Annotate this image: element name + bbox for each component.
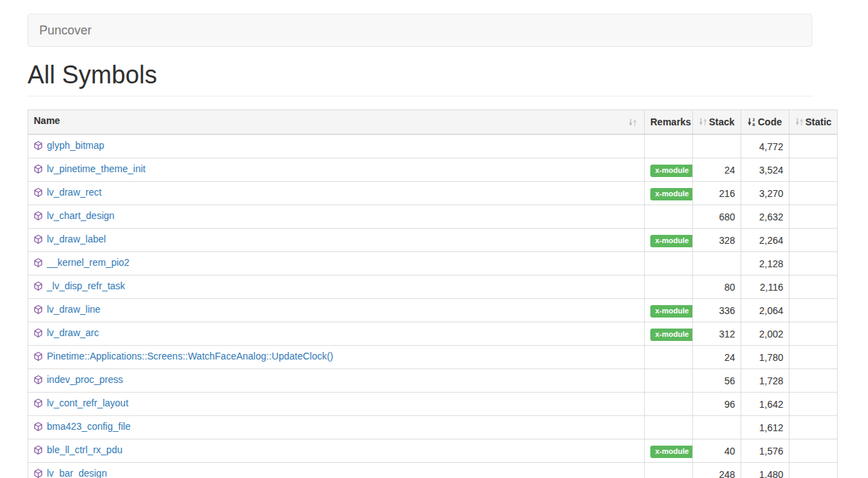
column-header-static[interactable]: Static xyxy=(789,110,838,135)
symbol-link[interactable]: lv_draw_rect xyxy=(47,187,101,198)
symbol-link[interactable]: glyph_bitmap xyxy=(47,140,104,151)
stack-cell: 312 xyxy=(693,322,741,346)
symbol-link[interactable]: bma423_config_file xyxy=(47,421,130,432)
x-module-badge: x-module xyxy=(650,305,693,318)
static-cell xyxy=(789,158,838,182)
symbol-link[interactable]: lv_cont_refr_layout xyxy=(47,397,128,408)
static-cell xyxy=(789,182,838,205)
static-cell xyxy=(789,346,838,369)
remarks-cell xyxy=(645,416,693,439)
main-content: All Symbols xyxy=(28,61,813,478)
code-cell: 4,772 xyxy=(741,134,789,158)
symbol-cube-icon xyxy=(34,304,43,318)
remarks-cell: x-module xyxy=(645,299,693,322)
symbol-link[interactable]: lv_draw_arc xyxy=(47,327,99,338)
code-cell: 1,480 xyxy=(741,463,789,478)
symbol-cube-icon xyxy=(34,398,43,412)
code-cell: 1,612 xyxy=(741,416,789,439)
stack-cell: 328 xyxy=(693,229,741,252)
name-cell: __kernel_rem_pio2 xyxy=(28,252,645,276)
stack-cell: 80 xyxy=(693,276,741,299)
x-module-badge: x-module xyxy=(650,188,693,200)
static-cell xyxy=(789,369,838,393)
stack-cell: 336 xyxy=(693,299,741,322)
column-label-name: Name xyxy=(34,115,60,126)
table-row: glyph_bitmap 4,772 xyxy=(28,134,838,158)
table-row: bma423_config_file 1,612 xyxy=(28,416,838,439)
symbol-link[interactable]: __kernel_rem_pio2 xyxy=(47,257,130,268)
symbol-cube-icon xyxy=(34,211,43,225)
code-cell: 2,116 xyxy=(741,276,789,299)
symbol-link[interactable]: lv_pinetime_theme_init xyxy=(47,163,145,174)
static-cell xyxy=(789,276,838,299)
column-header-code[interactable]: z a Code xyxy=(741,110,789,135)
code-cell: 2,632 xyxy=(741,205,789,229)
sort-unsorted-icon xyxy=(699,116,707,129)
stack-cell: 40 xyxy=(693,439,741,463)
remarks-cell xyxy=(645,463,693,478)
stack-cell xyxy=(693,416,741,439)
table-row: lv_draw_line x-module 336 2,064 xyxy=(28,299,838,322)
table-row: _lv_disp_refr_task 80 2,116 xyxy=(28,276,838,299)
column-header-stack[interactable]: Stack xyxy=(693,110,741,135)
remarks-cell xyxy=(645,346,693,369)
symbols-table: Name Remarks Stack xyxy=(28,110,838,478)
remarks-cell xyxy=(645,252,693,276)
symbol-cube-icon xyxy=(34,141,43,154)
symbol-link[interactable]: _lv_disp_refr_task xyxy=(47,280,125,291)
code-cell: 1,576 xyxy=(741,439,789,463)
stack-cell xyxy=(693,252,741,276)
column-header-remarks[interactable]: Remarks xyxy=(645,110,693,135)
name-cell: _lv_disp_refr_task xyxy=(28,276,645,299)
stack-cell: 96 xyxy=(693,393,741,416)
remarks-cell xyxy=(645,134,693,158)
table-row: Pinetime::Applications::Screens::WatchFa… xyxy=(28,346,838,369)
static-cell xyxy=(789,229,838,252)
table-row: indev_proc_press 56 1,728 xyxy=(28,369,838,393)
static-cell xyxy=(789,416,838,439)
symbol-link[interactable]: Pinetime::Applications::Screens::WatchFa… xyxy=(47,351,333,362)
symbol-cube-icon xyxy=(34,258,43,271)
code-cell: 2,128 xyxy=(741,252,789,276)
code-cell: 1,728 xyxy=(741,369,789,393)
x-module-badge: x-module xyxy=(650,446,693,458)
symbol-link[interactable]: lv_bar_design xyxy=(47,468,107,478)
remarks-cell: x-module xyxy=(645,229,693,252)
table-row: lv_chart_design 680 2,632 xyxy=(28,205,838,229)
table-row: __kernel_rem_pio2 2,128 xyxy=(28,252,838,276)
name-cell: ble_ll_ctrl_rx_pdu xyxy=(28,439,645,463)
symbol-cube-icon xyxy=(34,328,43,342)
symbol-link[interactable]: indev_proc_press xyxy=(47,374,123,385)
name-cell: indev_proc_press xyxy=(28,369,645,393)
symbols-table-body: glyph_bitmap 4,772 lv_pinetime_theme_ini… xyxy=(28,134,838,478)
table-header-row: Name Remarks Stack xyxy=(28,110,838,135)
symbol-link[interactable]: lv_chart_design xyxy=(47,210,114,221)
table-row: lv_draw_label x-module 328 2,264 xyxy=(28,229,838,252)
static-cell xyxy=(789,322,838,346)
symbol-link[interactable]: lv_draw_label xyxy=(47,233,106,245)
column-label-stack: Stack xyxy=(709,116,734,127)
name-cell: lv_draw_label xyxy=(28,229,645,252)
column-label-static: Static xyxy=(805,116,831,127)
code-cell: 2,064 xyxy=(741,299,789,322)
symbol-cube-icon xyxy=(34,445,43,459)
column-header-name[interactable]: Name xyxy=(28,110,645,135)
stack-cell: 24 xyxy=(693,158,741,182)
symbol-cube-icon xyxy=(34,375,43,388)
symbol-cube-icon xyxy=(34,234,43,248)
stack-cell: 24 xyxy=(693,346,741,369)
static-cell xyxy=(789,205,838,229)
remarks-cell: x-module xyxy=(645,322,693,346)
table-row: lv_bar_design 248 1,480 xyxy=(28,463,838,478)
symbol-link[interactable]: lv_draw_line xyxy=(47,304,101,315)
brand-link[interactable]: Puncover xyxy=(28,23,103,38)
name-cell: Pinetime::Applications::Screens::WatchFa… xyxy=(28,346,645,369)
remarks-cell xyxy=(645,369,693,393)
stack-cell: 248 xyxy=(693,463,741,478)
static-cell xyxy=(789,439,838,463)
stack-cell: 680 xyxy=(693,205,741,229)
stack-cell xyxy=(693,134,741,158)
symbol-cube-icon xyxy=(34,468,43,478)
sort-descending-icon: z a xyxy=(747,116,756,129)
symbol-link[interactable]: ble_ll_ctrl_rx_pdu xyxy=(47,444,123,455)
